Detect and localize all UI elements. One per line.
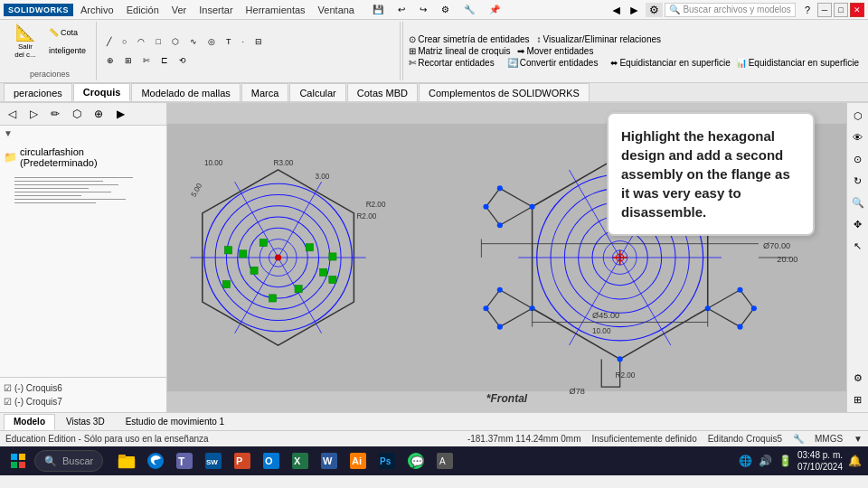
tab-modelado[interactable]: Modelado de mallas: [131, 83, 240, 101]
recortar-btn[interactable]: ✄ Recortar entidades 🔄 Convertir entidad…: [409, 58, 859, 68]
toolbar-misc[interactable]: 🔧: [458, 0, 480, 20]
windows-start-btn[interactable]: [5, 448, 31, 474]
panel-more-btn[interactable]: ▶: [110, 105, 130, 123]
toolbar-save[interactable]: 💾: [367, 0, 389, 20]
gear-icon[interactable]: ⚙: [646, 3, 663, 17]
view-tab-movimiento[interactable]: Estudio de movimiento 1: [116, 414, 235, 430]
trim-btn[interactable]: ✄: [138, 52, 155, 69]
cota-inteligente-btn[interactable]: 📏 Cota: [44, 24, 90, 41]
relation-btn[interactable]: ⊞: [120, 52, 137, 69]
visualize-btn[interactable]: ↕ Visualizar/Eliminar relaciones: [537, 34, 661, 44]
taskbar-outlook[interactable]: O: [259, 448, 284, 474]
menu-archivo[interactable]: Archivo: [75, 3, 119, 17]
tab-complementos[interactable]: Complementos de SOLIDWORKS: [419, 83, 590, 101]
offset-btn[interactable]: ⊏: [156, 52, 173, 69]
taskbar-clock[interactable]: 03:48 p. m. 07/10/2024: [797, 449, 843, 473]
taskbar-search[interactable]: 🔍 Buscar: [34, 450, 103, 472]
menu-herramientas[interactable]: Herramientas: [241, 3, 311, 17]
tab-cotasmbd[interactable]: Cotas MBD: [347, 83, 418, 101]
taskbar-file-explorer[interactable]: [114, 448, 139, 474]
rp-rotate-icon[interactable]: ↻: [849, 172, 867, 190]
polygon-btn[interactable]: ⬡: [167, 33, 184, 50]
svg-text:R2.00: R2.00: [616, 371, 636, 380]
window-minimize[interactable]: ─: [817, 3, 832, 17]
taskbar-whatsapp[interactable]: 💬: [403, 448, 429, 474]
svg-text:10.00: 10.00: [592, 327, 611, 335]
menu-edicion[interactable]: Edición: [121, 3, 165, 17]
circle-btn[interactable]: ○: [118, 33, 131, 50]
move-btn[interactable]: ➡ Mover entidades: [517, 46, 593, 56]
taskbar-powerpoint[interactable]: P: [230, 448, 255, 474]
rp-filter-icon[interactable]: ⊞: [849, 390, 867, 408]
panel-3d-btn[interactable]: ⬡: [67, 105, 87, 123]
ellipse-btn[interactable]: ◎: [203, 33, 220, 50]
tray-network-icon[interactable]: 🌐: [738, 453, 754, 469]
croquis7-item[interactable]: ☑ (-) Croquis7: [4, 395, 163, 408]
view-tab-modelo[interactable]: Modelo: [4, 414, 55, 430]
navigate-left-icon[interactable]: ◄: [610, 3, 623, 17]
tray-volume-icon[interactable]: 🔊: [758, 453, 774, 469]
taskbar-app-misc[interactable]: A: [432, 448, 458, 474]
dimension-btn[interactable]: ⊕: [102, 52, 118, 69]
tray-battery-icon[interactable]: 🔋: [778, 453, 794, 469]
navigate-right-icon[interactable]: ►: [628, 3, 641, 17]
help-icon[interactable]: ?: [803, 3, 812, 17]
inteligente-btn[interactable]: inteligente: [44, 42, 90, 59]
menu-ventana[interactable]: Ventana: [313, 3, 360, 17]
rp-section-icon[interactable]: ⊙: [849, 150, 867, 168]
toolbar-undo[interactable]: ↩: [392, 0, 410, 20]
text-btn[interactable]: T: [222, 33, 236, 50]
rp-display-icon[interactable]: ⬡: [849, 107, 867, 125]
rect-btn[interactable]: □: [151, 33, 165, 50]
taskbar-word[interactable]: W: [316, 448, 342, 474]
panel-back-btn[interactable]: ◁: [2, 105, 22, 123]
taskbar-photoshop[interactable]: Ps: [374, 448, 400, 474]
panel-sketch-btn[interactable]: ✏: [45, 105, 65, 123]
tab-marca[interactable]: Marca: [241, 83, 289, 101]
taskbar-teams[interactable]: T: [172, 448, 197, 474]
svg-point-63: [483, 204, 488, 210]
tray-notification-icon[interactable]: 🔔: [846, 453, 863, 469]
tree-item-root[interactable]: 📁 circularfashion (Predeterminado): [4, 145, 163, 170]
matrix-icon: ⊞: [409, 46, 416, 56]
toolbar-redo[interactable]: ↪: [414, 0, 432, 20]
window-close[interactable]: ✕: [850, 3, 864, 17]
search-box[interactable]: 🔍 Buscar archivos y modelos: [665, 3, 796, 17]
svg-text:Ps: Ps: [380, 456, 392, 466]
matrix-btn[interactable]: ⊞ Matriz lineal de croquis: [409, 46, 510, 56]
taskbar-edge[interactable]: [143, 448, 168, 474]
toolbar-options[interactable]: ⚙: [436, 0, 455, 20]
svg-point-59: [737, 287, 742, 293]
view-tab-3d[interactable]: Vistas 3D: [56, 414, 115, 430]
point-btn[interactable]: ·: [237, 33, 249, 50]
convert-btn[interactable]: ⟲: [175, 52, 191, 69]
menu-insertar[interactable]: Insertar: [193, 3, 238, 17]
taskbar-sw-app[interactable]: SW: [201, 448, 226, 474]
taskbar-illustrator[interactable]: Ai: [345, 448, 371, 474]
create-symmetry-btn[interactable]: ⊙ Crear simetría de entidades: [409, 34, 529, 44]
line-btn[interactable]: ╱: [102, 33, 116, 50]
spline-btn[interactable]: ∿: [185, 33, 202, 50]
rp-zoom-icon[interactable]: 🔍: [849, 193, 867, 211]
panel-evaluate-btn[interactable]: ⊕: [89, 105, 108, 123]
tab-croquis[interactable]: Croquis: [73, 83, 131, 101]
menu-ver[interactable]: Ver: [166, 3, 193, 17]
toolbar-misc2[interactable]: 📌: [484, 0, 505, 20]
rp-view-icon[interactable]: 👁: [849, 128, 867, 146]
status-bar: Education Edition - Sólo para uso en la …: [0, 430, 868, 446]
tab-peraciones[interactable]: peraciones: [4, 83, 72, 101]
croquis6-item[interactable]: ☑ (-) Croquis6: [4, 381, 163, 395]
rp-settings-icon[interactable]: ⚙: [849, 369, 867, 387]
svg-point-60: [751, 305, 757, 311]
mirror-btn[interactable]: ⊟: [250, 33, 267, 50]
window-maximize[interactable]: □: [834, 3, 848, 17]
arc-btn[interactable]: ◠: [133, 33, 149, 50]
symmetry-icon: ⊙: [409, 34, 416, 44]
taskbar-excel[interactable]: X: [288, 448, 313, 474]
rp-select-icon[interactable]: ↖: [849, 237, 867, 255]
panel-forward-btn[interactable]: ▷: [24, 105, 43, 123]
tab-calcular[interactable]: Calcular: [289, 83, 345, 101]
rp-pan-icon[interactable]: ✥: [849, 215, 867, 233]
drawing-area[interactable]: 5.00 R2.00 R2.00 3.00 R3.00 10.00: [167, 103, 846, 412]
ribbon-exit-btn[interactable]: 📐 Salirdel c...: [9, 23, 42, 60]
